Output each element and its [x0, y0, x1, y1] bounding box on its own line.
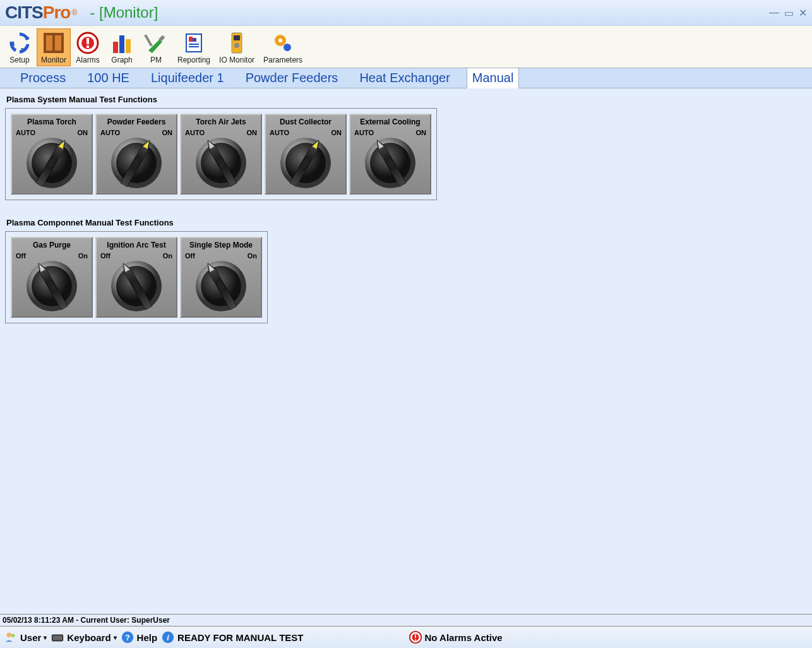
rotary-knob-icon[interactable] [359, 133, 422, 189]
svg-rect-7 [113, 42, 118, 53]
rotary-knob-icon[interactable] [105, 133, 168, 189]
svg-rect-6 [87, 45, 89, 48]
svg-point-21 [278, 39, 282, 42]
rotary-knob-icon[interactable] [20, 133, 83, 189]
section2-title: Plasma Componnet Manual Test Functions [6, 218, 807, 227]
alarm-status-icon [409, 630, 422, 644]
switch-dust-collector[interactable]: Dust Collector AUTO ON [265, 114, 347, 195]
bb-alarms[interactable]: No Alarms Active [409, 630, 503, 644]
toolbar-alarms[interactable]: Alarms [71, 28, 105, 66]
toolbar-label: Parameters [263, 56, 302, 64]
svg-text:i: i [167, 633, 169, 642]
tab-powder-feeders[interactable]: Powder Feeders [241, 68, 343, 88]
alarm-icon [75, 30, 100, 56]
svg-text:?: ? [125, 633, 130, 642]
svg-rect-2 [55, 35, 61, 51]
rotary-knob-icon[interactable] [189, 256, 253, 313]
trademark-icon: ® [71, 8, 77, 17]
tab-100he[interactable]: 100 HE [82, 68, 134, 88]
toolbar-graph[interactable]: Graph [105, 28, 139, 66]
main-toolbar: Setup Monitor Alarms Graph PM [0, 25, 812, 68]
system-switch-panel: Plasma Torch AUTO ON Powder Feeders AUTO… [5, 108, 437, 200]
svg-rect-56 [415, 634, 416, 638]
window-subtitle: - [Monitor] [90, 4, 158, 21]
toolbar-io-monitor[interactable]: IO Monitor [215, 28, 259, 66]
component-switch-panel: Gas Purge Off On Ignition Arc Test Off O… [5, 231, 268, 323]
toolbar-monitor[interactable]: Monitor [37, 28, 71, 66]
svg-rect-57 [415, 639, 416, 640]
users-icon [4, 630, 18, 644]
toolbar-label: PM [150, 56, 162, 64]
minimize-icon[interactable]: — [769, 7, 779, 19]
content-area: Plasma System Manual Test Functions Plas… [0, 88, 812, 327]
monitor-icon [41, 30, 66, 56]
svg-rect-10 [144, 34, 152, 46]
info-icon: i [161, 630, 175, 644]
bb-user[interactable]: User ▾ [4, 630, 47, 644]
svg-rect-12 [189, 37, 193, 42]
svg-rect-49 [53, 635, 63, 640]
chevron-down-icon: ▾ [44, 634, 47, 641]
svg-rect-11 [186, 34, 201, 52]
tab-manual[interactable]: Manual [467, 68, 520, 88]
toolbar-setup[interactable]: Setup [3, 28, 37, 66]
svg-point-47 [11, 634, 15, 638]
switch-title: Single Step Mode [189, 241, 253, 251]
app-logo: CITSPro [5, 3, 70, 23]
section1-title: Plasma System Manual Test Functions [6, 95, 807, 104]
switch-single-step-mode[interactable]: Single Step Mode Off On [180, 237, 262, 318]
rotary-knob-icon[interactable] [274, 133, 337, 189]
bar-chart-icon [109, 30, 134, 56]
tab-process[interactable]: Process [15, 68, 71, 88]
toolbar-label: Monitor [41, 56, 66, 64]
switch-gas-purge[interactable]: Gas Purge Off On [11, 237, 93, 318]
switch-external-cooling[interactable]: External Cooling AUTO ON [349, 114, 431, 195]
tools-icon [143, 30, 169, 56]
switch-title: Plasma Torch [27, 117, 76, 128]
maximize-icon[interactable]: ▭ [784, 7, 794, 19]
bb-keyboard[interactable]: Keyboard ▾ [51, 630, 116, 644]
toolbar-label: IO Monitor [219, 56, 254, 64]
svg-rect-5 [87, 38, 89, 44]
bb-help[interactable]: ? Help [121, 630, 158, 644]
tab-heat-exchanger[interactable]: Heat Exchanger [354, 68, 455, 88]
svg-rect-17 [234, 35, 240, 40]
sub-tabbar: Process 100 HE Liquifeeder 1 Powder Feed… [0, 68, 812, 88]
rotary-knob-icon[interactable] [189, 133, 253, 189]
toolbar-label: Graph [111, 56, 132, 64]
toolbar-parameters[interactable]: Parameters [259, 28, 307, 66]
close-icon[interactable]: ✕ [799, 7, 807, 19]
rotary-knob-icon[interactable] [20, 256, 83, 313]
svg-point-46 [7, 633, 11, 637]
svg-rect-1 [46, 35, 52, 51]
svg-rect-9 [126, 39, 131, 53]
toolbar-label: Setup [9, 56, 29, 64]
help-icon: ? [121, 630, 134, 644]
toolbar-pm[interactable]: PM [139, 28, 173, 66]
switch-title: External Cooling [360, 117, 420, 128]
switch-torch-air-jets[interactable]: Torch Air Jets AUTO ON [180, 114, 262, 195]
chevron-down-icon: ▾ [114, 634, 117, 641]
switch-title: Gas Purge [33, 241, 71, 251]
status-line: 05/02/13 8:11:23 AM - Current User: Supe… [0, 614, 812, 627]
bottom-bar: User ▾ Keyboard ▾ ? Help i READY FOR MAN… [0, 627, 812, 648]
switch-plasma-torch[interactable]: Plasma Torch AUTO ON [11, 114, 93, 195]
switch-title: Ignition Arc Test [107, 241, 165, 251]
svg-point-20 [284, 44, 291, 51]
recycle-arrows-icon [7, 30, 32, 56]
svg-rect-13 [193, 38, 196, 42]
multimeter-icon [224, 30, 249, 56]
switch-title: Dust Collector [280, 117, 331, 128]
switch-title: Powder Feeders [107, 117, 166, 128]
toolbar-reporting[interactable]: Reporting [173, 28, 215, 66]
switch-powder-feeders[interactable]: Powder Feeders AUTO ON [95, 114, 177, 195]
rotary-knob-icon[interactable] [105, 256, 168, 313]
gears-icon [270, 30, 296, 56]
tab-liquifeeder[interactable]: Liquifeeder 1 [146, 68, 229, 88]
bb-status: i READY FOR MANUAL TEST [161, 630, 303, 644]
svg-rect-8 [119, 35, 124, 53]
toolbar-label: Reporting [177, 56, 210, 64]
keyboard-icon [51, 630, 64, 644]
switch-ignition-arc-test[interactable]: Ignition Arc Test Off On [95, 237, 177, 318]
svg-point-18 [234, 43, 239, 48]
